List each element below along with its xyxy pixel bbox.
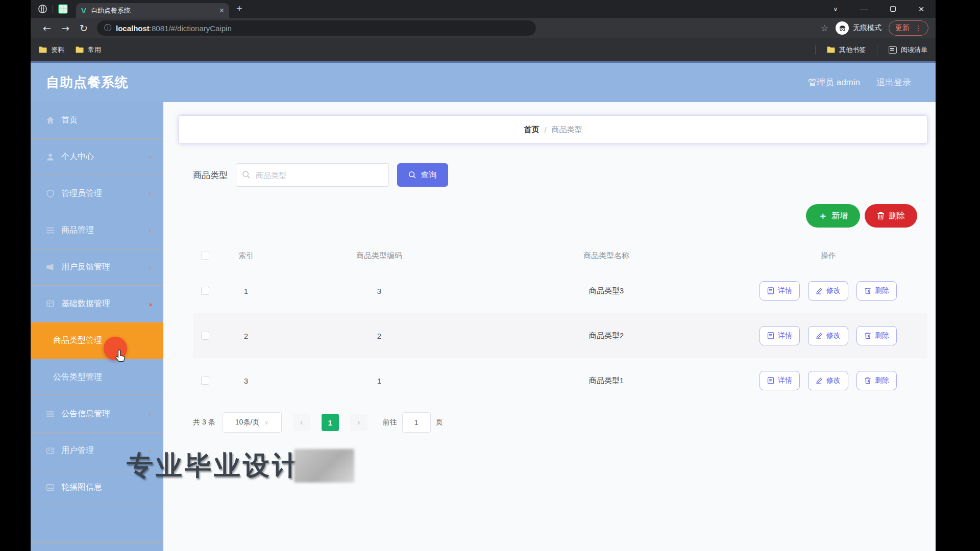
incognito-indicator: 无痕模式 <box>836 21 881 35</box>
search-label: 商品类型 <box>193 169 228 181</box>
site-info-icon[interactable]: ⓘ <box>104 23 111 33</box>
cell-code: 1 <box>275 377 484 385</box>
video-frame: V 自助点餐系统 × + ∨ — × ← → ↻ ⓘ localhost:808… <box>0 0 980 551</box>
pencil-icon <box>816 332 823 339</box>
sidebar-item-profile[interactable]: 个人中心 ▸ <box>31 139 163 176</box>
main-content: 首页 / 商品类型 商品类型 查询 ＋ 新增 <box>163 102 936 551</box>
sidebar-item-feedback-mgmt[interactable]: 用户反馈管理 ▸ <box>31 249 163 286</box>
breadcrumb: 首页 / 商品类型 <box>179 115 927 144</box>
next-page-button[interactable]: › <box>350 414 368 431</box>
goto-page-input[interactable] <box>402 412 431 433</box>
document-icon <box>767 377 774 384</box>
incognito-label: 无痕模式 <box>853 23 881 33</box>
search-input[interactable] <box>236 163 389 187</box>
tab-title: 自助点餐系统 <box>91 6 215 15</box>
search-row: 商品类型 查询 <box>193 163 936 187</box>
cell-code: 3 <box>275 287 484 295</box>
app-header: 自助点餐系统 管理员 admin 退出登录 <box>31 61 936 102</box>
reload-icon[interactable]: ↻ <box>75 22 93 34</box>
row-checkbox[interactable] <box>201 332 209 340</box>
table-row: 2 2 商品类型2 详情 修改 删除 <box>193 313 927 358</box>
table-toolbar: ＋ 新增 删除 <box>163 204 917 228</box>
select-all-checkbox[interactable] <box>201 252 209 260</box>
current-user-label: 管理员 admin <box>808 77 860 88</box>
sidebar-subitem-product-type-mgmt[interactable]: 商品类型管理 <box>31 322 163 359</box>
breadcrumb-separator: / <box>544 126 546 134</box>
bookmark-folder-changyong[interactable]: 常用 <box>76 45 101 55</box>
breadcrumb-home-link[interactable]: 首页 <box>524 125 539 135</box>
prev-page-button[interactable]: ‹ <box>293 414 310 431</box>
cell-index: 3 <box>217 377 275 385</box>
forward-icon[interactable]: → <box>56 22 75 34</box>
edit-button[interactable]: 修改 <box>808 281 848 300</box>
cell-index: 1 <box>217 287 275 295</box>
detail-button[interactable]: 详情 <box>760 371 800 390</box>
breadcrumb-current: 商品类型 <box>552 125 582 135</box>
bookmark-folder-ziliao[interactable]: 资料 <box>39 45 64 55</box>
delete-button[interactable]: 删除 <box>856 281 897 300</box>
sidebar-item-notice-info-mgmt[interactable]: 公告信息管理 ▸ <box>31 396 163 433</box>
tab-close-icon[interactable]: × <box>219 7 224 15</box>
sidebar-item-goods-mgmt[interactable]: 商品管理 ▸ <box>31 212 163 249</box>
chevron-icon: ▸ <box>149 154 152 160</box>
reading-list-icon <box>889 46 897 54</box>
sidebar-item-base-data-mgmt[interactable]: 基础数据管理 ▴ <box>31 286 163 322</box>
back-icon[interactable]: ← <box>38 22 56 34</box>
restore-button[interactable] <box>878 0 907 18</box>
address-bar[interactable]: ⓘ localhost:8081/#/dictionaryCaipin <box>97 20 536 36</box>
edit-button[interactable]: 修改 <box>808 326 848 345</box>
pagination-total: 共 3 条 <box>193 418 215 427</box>
tab-bar: V 自助点餐系统 × + ∨ — × <box>31 0 936 18</box>
chevron-icon: ▸ <box>149 264 152 270</box>
detail-button[interactable]: 详情 <box>760 326 800 345</box>
close-button[interactable]: × <box>907 0 936 18</box>
bookmarks-bar: 资料 常用 其他书签 阅读清单 <box>31 38 936 61</box>
sidebar-subitem-notice-type-mgmt[interactable]: 公告类型管理 <box>31 359 163 396</box>
bulk-delete-button[interactable]: 删除 <box>865 204 917 228</box>
globe-icon[interactable] <box>38 4 47 14</box>
row-checkbox[interactable] <box>201 377 209 385</box>
browser-tab[interactable]: V 自助点餐系统 × <box>76 3 229 18</box>
cell-index: 2 <box>217 332 275 340</box>
minimize-button[interactable]: — <box>850 0 878 18</box>
sidebar-nav: 首页 个人中心 ▸ 管理员管理 ▸ 商品管理 ▸ 用户反馈管理 ▸ <box>31 102 163 551</box>
reading-list-button[interactable]: 阅读清单 <box>889 45 927 55</box>
browser-toolbar: ← → ↻ ⓘ localhost:8081/#/dictionaryCaipi… <box>31 18 936 38</box>
row-checkbox[interactable] <box>201 287 209 295</box>
cell-name: 商品类型2 <box>484 331 729 341</box>
new-tab-button[interactable]: + <box>236 3 242 15</box>
col-header-index: 索引 <box>217 251 275 261</box>
chevron-icon: ▸ <box>149 227 152 234</box>
watermark: 专业毕业设计 <box>127 448 354 484</box>
edit-button[interactable]: 修改 <box>808 371 848 390</box>
logout-link[interactable]: 退出登录 <box>876 77 911 88</box>
vue-favicon-icon: V <box>81 6 86 15</box>
url-text: localhost:8081/#/dictionaryCaipin <box>116 24 232 33</box>
bookmark-star-icon[interactable]: ☆ <box>821 23 828 33</box>
sidebar-item-admin-mgmt[interactable]: 管理员管理 ▸ <box>31 176 163 212</box>
folder-icon <box>827 46 835 53</box>
incognito-icon <box>836 21 849 35</box>
query-button[interactable]: 查询 <box>397 163 448 187</box>
detail-button[interactable]: 详情 <box>760 281 800 300</box>
add-button[interactable]: ＋ 新增 <box>806 204 860 228</box>
search-icon <box>408 171 416 179</box>
update-chrome-button[interactable]: 更新 ⋮ <box>889 20 928 36</box>
extension-icon[interactable] <box>58 4 68 14</box>
lines-icon <box>46 410 55 418</box>
delete-button[interactable]: 删除 <box>856 371 897 390</box>
update-label: 更新 <box>895 23 910 33</box>
chevron-icon: ▸ <box>149 190 152 197</box>
sidebar-item-home[interactable]: 首页 <box>31 102 163 139</box>
table-header-row: 索引 商品类型编码 商品类型名称 操作 <box>193 243 927 268</box>
divider <box>815 45 816 55</box>
menu-kebab-icon[interactable]: ⋮ <box>915 24 922 32</box>
url-host: localhost <box>116 24 150 33</box>
search-tabs-icon[interactable]: ∨ <box>821 0 850 18</box>
page-size-select[interactable]: 10条/页 ∨ <box>223 412 282 433</box>
delete-button[interactable]: 删除 <box>856 326 897 345</box>
hand-cursor-icon <box>112 348 129 364</box>
other-bookmarks-button[interactable]: 其他书签 <box>827 45 866 55</box>
current-page-button[interactable]: 1 <box>322 414 339 431</box>
url-path: :8081/#/dictionaryCaipin <box>150 24 232 33</box>
